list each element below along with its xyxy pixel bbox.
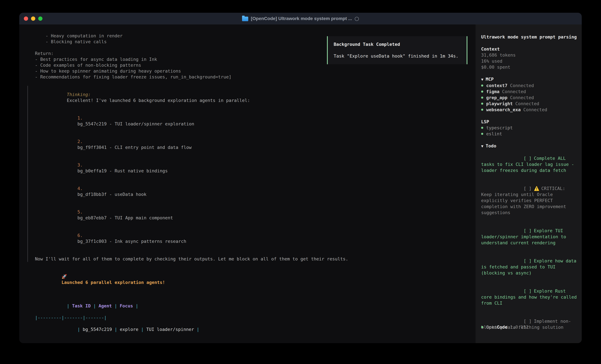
todo-item: [ ]Explore Rust core bindings and how th… (481, 282, 577, 312)
todo-checkbox: [ ] (524, 288, 531, 294)
session-title: Ultrawork mode system prompt parsing (481, 34, 577, 40)
mcp-name: websearch_exa (486, 107, 521, 112)
status-dot-icon (481, 85, 483, 86)
window-title-area: [OpenCode] Ultrawork mode system prompt … (19, 16, 582, 21)
context-section: Context 31,686 tokens 16% used $0.00 spe… (481, 46, 577, 70)
status-dot-icon (481, 326, 483, 328)
thinking-intro-line: Thinking: Excellent! I've launched 6 bac… (35, 86, 467, 109)
table-pipe: | (136, 303, 138, 308)
context-heading: Context (481, 46, 577, 52)
column-header: Task ID (70, 303, 93, 308)
mcp-item: websearch_exaConnected (481, 107, 577, 113)
list-text: bg_f9ff3041 - CLI entry point and data f… (77, 145, 191, 150)
thinking-list-item: 3. bg_b0effa19 - Rust native bindings (35, 156, 467, 180)
context-stat-line: 31,686 tokens (481, 52, 577, 58)
mcp-heading[interactable]: ▼MCP (481, 76, 577, 83)
table-pipe: | (197, 327, 199, 332)
table-pipe: | (141, 327, 144, 332)
table-header-row: |Task ID|Agent|Focus| (35, 297, 467, 315)
chevron-down-icon: ▼ (481, 77, 483, 82)
todo-section: ▼Todo [ ]Complete ALL tasks to fix CLI l… (481, 143, 577, 343)
table-row: |bg_f9ff3041|explore|CLI entry & data fl… (35, 338, 467, 343)
status-dot-icon (481, 90, 483, 93)
list-text: bg_5547c219 - TUI loader/spinner explora… (77, 121, 194, 126)
list-text: bg_df18bb3f - useData hook (77, 192, 147, 197)
list-number: 4. (77, 186, 83, 191)
mcp-name: figma (486, 89, 500, 94)
mcp-name: context7 (486, 83, 507, 88)
mcp-status: Connected (510, 95, 534, 100)
todo-heading[interactable]: ▼Todo (481, 143, 577, 149)
mcp-item: grep_appConnected (481, 95, 577, 101)
table-pipe: | (67, 303, 70, 308)
column-header: Agent (96, 303, 114, 308)
notification-body: Task "Explore useData hook" finished in … (334, 53, 461, 59)
list-text: bg_eb87ebb7 - TUI App main component (77, 215, 173, 220)
notification-title: Background Task Completed (334, 41, 461, 47)
mcp-status: Connected (523, 107, 547, 112)
todo-item: [ ]⚠️CRITICAL: Keep iterating until Orac… (481, 179, 577, 222)
list-number: 3. (77, 163, 83, 167)
table-pipe: | (114, 303, 117, 308)
list-number: 1. (77, 115, 83, 121)
todo-item: [ ]Explore TUI loader/spinner implementa… (481, 222, 577, 252)
brand-open: Open (486, 325, 497, 330)
status-dot-icon (481, 109, 483, 111)
table-pipe: | (114, 327, 117, 332)
mcp-name: grep_app (486, 95, 507, 100)
tool-result-line: - How to keep spinner animating during h… (35, 68, 467, 74)
window-title: [OpenCode] Ultrawork mode system prompt … (251, 16, 352, 21)
lsp-item: typescript (481, 125, 577, 131)
todo-item: [ ]Test the fix to ensure loader animate… (481, 336, 577, 343)
table-pipe: | (77, 327, 80, 332)
thinking-list-item: 2. bg_f9ff3041 - CLI entry point and dat… (35, 133, 467, 156)
todo-checkbox: [ ] (524, 186, 531, 191)
thinking-list-item: 6. bg_37f1c003 - Ink async patterns rese… (35, 227, 467, 250)
thinking-block: Thinking: Excellent! I've launched 6 bac… (27, 86, 467, 262)
app-version-footer: OpenCode1.0.152 (481, 324, 529, 330)
list-number: 5. (77, 209, 83, 214)
mcp-item: figmaConnected (481, 88, 577, 95)
app-version: 1.0.152 (510, 325, 529, 330)
todo-checkbox: [ ] (524, 156, 531, 161)
context-stat-line: 16% used (481, 58, 577, 64)
sidebar: Ultrawork mode system prompt parsing Con… (476, 24, 582, 343)
announcement-line: 🚀 Launched 6 parallel exploration agents… (35, 268, 467, 291)
mcp-item: playwrightConnected (481, 101, 577, 107)
mcp-item: context7Connected (481, 83, 577, 88)
lsp-name: typescript (486, 125, 513, 130)
thinking-label: Thinking: (67, 92, 91, 97)
thinking-list-item: 4. bg_df18bb3f - useData hook (35, 180, 467, 203)
mcp-status: Connected (510, 83, 534, 88)
warning-icon: ⚠️ (534, 186, 540, 191)
lsp-heading: LSP (481, 119, 577, 125)
context-stats: 31,686 tokens 16% used $0.00 spent (481, 52, 577, 70)
thinking-intro: Excellent! I've launched 6 background ex… (67, 98, 250, 103)
todo-checkbox: [ ] (524, 319, 531, 324)
thinking-list-item: 1. bg_5547c219 - TUI loader/spinner expl… (35, 109, 467, 133)
folder-icon (242, 17, 248, 21)
proxy-circle-icon: ◯ (355, 16, 359, 21)
todo-item: [ ]Complete ALL tasks to fix CLI loader … (481, 149, 577, 179)
mcp-status: Connected (502, 89, 526, 94)
mcp-heading-label: MCP (486, 77, 494, 82)
list-number: 6. (77, 233, 83, 238)
todo-checkbox: [ ] (524, 258, 531, 263)
status-dot-icon (481, 96, 483, 99)
thinking-list-item: 5. bg_eb87ebb7 - TUI App main component (35, 203, 467, 227)
tool-result-line: - Recommendations for fixing loader free… (35, 74, 467, 80)
context-stat-line: $0.00 spent (481, 64, 577, 70)
mcp-section: ▼MCP context7Connected figmaConnected (481, 76, 577, 113)
table-pipe: | (93, 303, 96, 308)
table-cell: explore (117, 327, 141, 332)
thinking-outro: Now I'll wait for all of them to complet… (35, 256, 467, 262)
mcp-list: context7Connected figmaConnected grep_ap… (481, 83, 577, 113)
table-cell: TUI loader/spinner (144, 327, 197, 332)
todo-checkbox: [ ] (524, 343, 531, 343)
thinking-list: 1. bg_5547c219 - TUI loader/spinner expl… (35, 109, 467, 250)
background-task-notification[interactable]: Background Task Completed Task "Explore … (327, 36, 467, 64)
todo-checkbox: [ ] (524, 228, 531, 233)
conversation-pane: Background Task Completed Task "Explore … (19, 24, 476, 343)
table-row: |bg_5547c219|explore|TUI loader/spinner| (35, 321, 467, 338)
mcp-status: Connected (515, 101, 539, 106)
